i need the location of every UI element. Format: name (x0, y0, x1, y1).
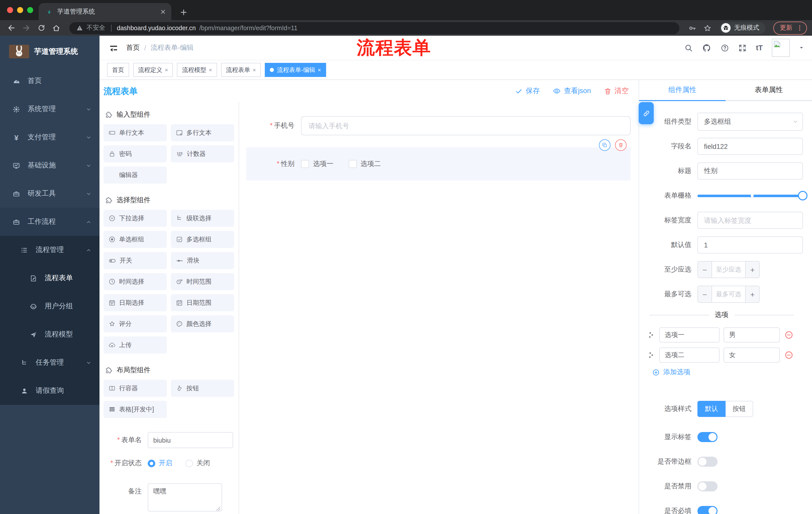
sidebar-item-task-management[interactable]: 任务管理 (0, 349, 99, 377)
tag-close-icon[interactable]: × (253, 67, 256, 73)
status-radio-on[interactable]: 开启 (148, 459, 172, 468)
component-item[interactable]: 上传 (104, 336, 167, 354)
component-item[interactable]: 评分 (104, 315, 167, 332)
duplicate-component-button[interactable] (599, 139, 610, 151)
bookmark-star-icon[interactable] (701, 22, 714, 34)
form-name-input[interactable] (148, 432, 233, 448)
phone-input[interactable] (301, 116, 631, 135)
add-option-button[interactable]: 添加选项 (652, 368, 803, 377)
gender-option-2[interactable]: 选项二 (348, 159, 381, 168)
component-item[interactable]: 行容器 (104, 380, 167, 397)
delete-component-button[interactable] (615, 139, 627, 151)
sidebar-item-workflow[interactable]: 工作流程 (0, 208, 99, 236)
browser-tab[interactable]: 芋道管理系统 (39, 3, 171, 20)
new-tab-button[interactable] (179, 8, 188, 17)
stepper-minus-button[interactable]: − (698, 262, 712, 278)
window-minimize-button[interactable] (17, 7, 23, 13)
component-item[interactable]: 时间范围 (171, 273, 234, 290)
tag-process-definition[interactable]: 流程定义× (133, 63, 173, 77)
field-name-input[interactable] (697, 138, 803, 155)
with-border-toggle[interactable] (697, 457, 718, 467)
sidebar-item-home[interactable]: 首页 (0, 67, 99, 95)
component-item[interactable]: 表格[开发中] (104, 401, 167, 418)
component-item[interactable]: 按钮 (171, 380, 234, 397)
tag-process-form-edit[interactable]: 流程表单-编辑× (265, 63, 326, 77)
option-value-input[interactable] (724, 348, 780, 362)
reload-button[interactable] (35, 22, 47, 34)
component-item[interactable]: 单行文本 (104, 124, 167, 141)
tab-component-props[interactable]: 组件属性 (639, 80, 726, 101)
window-zoom-button[interactable] (27, 7, 33, 13)
clear-button[interactable]: 清空 (604, 86, 629, 96)
gender-checkbox-group[interactable]: *性别 选项一 选项二 (246, 147, 631, 181)
home-button[interactable] (50, 22, 62, 34)
resize-handle-icon[interactable] (216, 507, 221, 511)
avatar-caret-down-icon[interactable] (799, 45, 804, 50)
github-icon[interactable] (702, 43, 712, 53)
tag-home[interactable]: 首页 (107, 63, 129, 77)
breadcrumb-home[interactable]: 首页 (126, 43, 140, 52)
drag-handle-icon[interactable] (647, 331, 655, 339)
checkbox[interactable] (348, 160, 356, 168)
fullscreen-icon[interactable] (738, 44, 747, 52)
tag-close-icon[interactable]: × (165, 67, 168, 73)
component-item[interactable]: 日期范围 (171, 294, 234, 311)
component-item[interactable]: 多行文本 (171, 124, 234, 141)
stepper-value[interactable]: 最多可选 (712, 286, 745, 302)
style-button-button[interactable]: 按钮 (726, 401, 753, 417)
tag-process-form[interactable]: 流程表单× (221, 63, 261, 77)
option-value-input[interactable] (724, 327, 780, 343)
component-item[interactable]: 颜色选择 (171, 315, 234, 332)
tab-form-props[interactable]: 表单属性 (726, 80, 812, 101)
slider-track[interactable] (697, 194, 803, 197)
component-type-select[interactable]: 多选框组 (697, 113, 803, 131)
component-item[interactable]: 计数器 (171, 145, 234, 162)
default-value-input[interactable] (697, 236, 803, 253)
remove-option-button[interactable] (784, 351, 793, 360)
stepper-value[interactable]: 至少应选 (712, 262, 745, 278)
sidebar-item-payment[interactable]: ¥ 支付管理 (0, 123, 99, 152)
sidebar-item-infrastructure[interactable]: 基础设施 (0, 152, 99, 180)
sidebar-item-devtools[interactable]: 研发工具 (0, 180, 99, 208)
tag-process-model[interactable]: 流程模型× (177, 63, 217, 77)
sidebar-item-leave-query[interactable]: 请假查询 (0, 377, 99, 405)
title-input[interactable] (697, 162, 803, 180)
password-key-icon[interactable] (686, 22, 698, 34)
font-size-icon[interactable]: tT (756, 44, 763, 52)
required-toggle[interactable] (697, 506, 718, 514)
option-name-input[interactable] (659, 348, 720, 362)
slider-handle[interactable] (798, 191, 808, 200)
gender-option-1[interactable]: 选项一 (301, 159, 334, 168)
search-icon[interactable] (685, 44, 693, 52)
form-remark-textarea[interactable]: 嘿嘿 (148, 483, 222, 512)
component-item[interactable]: 时间选择 (104, 273, 167, 290)
back-button[interactable] (5, 22, 17, 34)
sidebar-item-process-management[interactable]: 流程管理 (0, 236, 99, 264)
stepper-plus-button[interactable]: + (745, 286, 759, 302)
canvas-field-phone[interactable]: *手机号 (246, 116, 631, 135)
component-item[interactable]: 滑块 (171, 252, 234, 269)
sidebar-collapse-button[interactable] (109, 44, 117, 52)
checkbox[interactable] (301, 160, 309, 168)
show-label-toggle[interactable] (697, 432, 718, 442)
sidebar-item-user-group[interactable]: 用户分组 (0, 292, 99, 320)
tag-close-icon[interactable]: × (209, 67, 212, 73)
tab-close-icon[interactable] (160, 8, 166, 15)
sidebar-item-process-model[interactable]: 流程模型 (0, 320, 99, 349)
tag-close-icon[interactable]: × (318, 67, 321, 73)
view-json-button[interactable]: 查看json (553, 86, 591, 96)
component-item[interactable]: 日期选择 (104, 294, 167, 311)
browser-update-button[interactable]: 更新 (773, 21, 807, 34)
window-close-button[interactable] (7, 7, 13, 13)
disabled-toggle[interactable] (697, 481, 718, 491)
user-avatar[interactable] (772, 39, 790, 57)
component-item[interactable]: 密码 (104, 145, 167, 162)
stepper-plus-button[interactable]: + (745, 262, 759, 278)
remove-option-button[interactable] (784, 330, 793, 340)
option-name-input[interactable] (659, 327, 720, 343)
component-item[interactable]: 开关 (104, 252, 167, 269)
status-radio-off[interactable]: 关闭 (185, 459, 210, 468)
save-button[interactable]: 保存 (515, 86, 540, 96)
component-item[interactable]: 级联选择 (171, 210, 234, 227)
style-default-button[interactable]: 默认 (697, 401, 726, 417)
